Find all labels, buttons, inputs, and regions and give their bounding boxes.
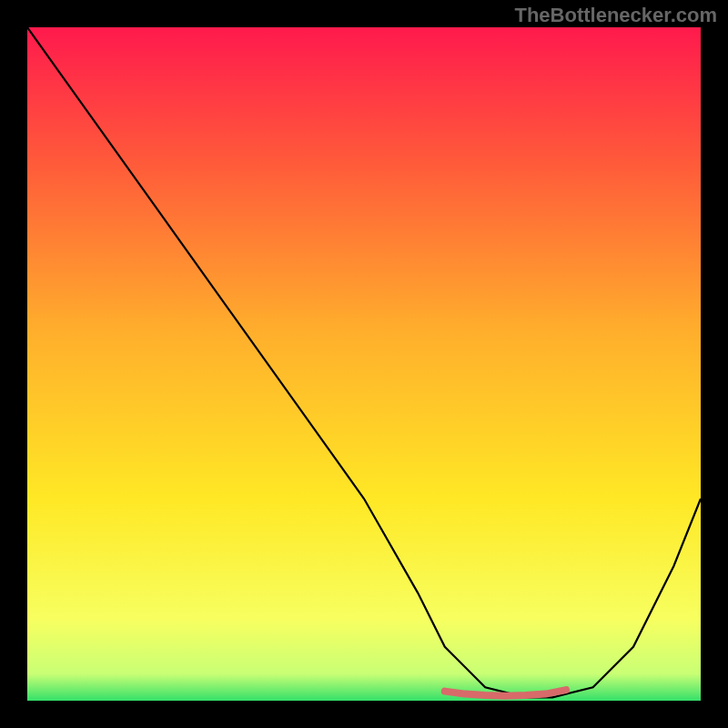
- svg-rect-0: [27, 27, 701, 701]
- chart-frame: TheBottlenecker.com: [0, 0, 728, 728]
- plot-area: [27, 27, 701, 701]
- watermark-label: TheBottlenecker.com: [514, 4, 717, 27]
- background-gradient: [27, 27, 701, 701]
